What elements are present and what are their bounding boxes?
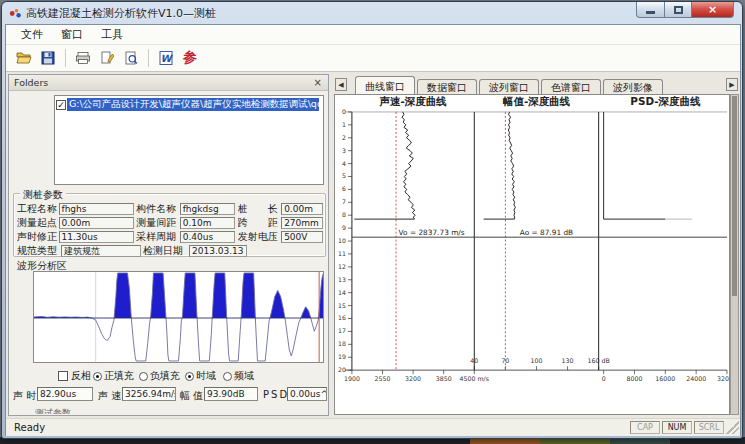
right-panel: ◀ 曲线窗口 数据窗口 波列窗口 色谱窗口 波列影像 ▶ 01234567891… (333, 74, 740, 416)
pile-params-title: 测桩参数 (20, 188, 66, 202)
toolbar-separator (148, 49, 149, 67)
param-value[interactable]: 0.00m (281, 203, 323, 215)
param-value[interactable]: fhgkdsg (180, 203, 235, 215)
main-area: Folders × ✓ G:\公司产品设计开发\超声仪器\超声仪实地检测数据调试… (6, 72, 740, 418)
svg-text:4: 4 (342, 160, 346, 167)
fill-negative-radio-circle[interactable] (139, 372, 148, 381)
menu-item-file[interactable]: 文件 (12, 25, 52, 44)
svg-text:Vo = 2837.73 m/s: Vo = 2837.73 m/s (399, 228, 465, 237)
sound-time-label: 声 时 (13, 389, 36, 403)
close-button[interactable]: × (692, 2, 734, 18)
desktop-background: 高铁建混凝土检测分析软件V1.0—测桩 × 文件 窗口 工具 (0, 0, 745, 444)
param-value[interactable]: 11.30us (59, 231, 135, 243)
print-setup-button[interactable] (95, 47, 119, 69)
invert-checkbox-box[interactable] (58, 371, 68, 381)
tab-curve-window[interactable]: 曲线窗口 (355, 76, 415, 94)
svg-text:20: 20 (338, 366, 346, 373)
tab-data-window[interactable]: 数据窗口 (417, 79, 477, 94)
menu-item-window[interactable]: 窗口 (52, 25, 92, 44)
param-label: 构件名称 (136, 202, 179, 216)
word-export-button[interactable]: W (154, 47, 178, 69)
time-domain-radio[interactable]: 时域 (185, 369, 216, 383)
param-value[interactable]: 270mm (281, 217, 323, 229)
status-bar: Ready CAP NUM SCRL (6, 418, 740, 436)
menu-item-tools[interactable]: 工具 (92, 25, 132, 44)
svg-text:5: 5 (342, 172, 346, 179)
svg-text:PSD-深度曲线: PSD-深度曲线 (630, 95, 701, 107)
folders-listbox[interactable]: ✓ G:\公司产品设计开发\超声仪器\超声仪实地检测数据调试\qd\qd03\q… (54, 95, 324, 185)
svg-text:130: 130 (562, 357, 574, 364)
param-value[interactable]: 0.40us (180, 231, 235, 243)
folders-pane-title: Folders (9, 77, 314, 88)
param-value[interactable]: 0.00m (59, 217, 135, 229)
save-button[interactable] (36, 47, 60, 69)
print-preview-button[interactable] (119, 47, 143, 69)
waveform-controls: 反相 正填充 负填充 时域 (9, 369, 330, 383)
param-label: 声时修正 (17, 230, 59, 244)
word-icon: W (158, 50, 174, 66)
app-icon (9, 7, 22, 20)
parameters-button[interactable]: 参 (178, 47, 202, 69)
printer-icon (75, 50, 91, 66)
param-label: 发射电压 (238, 230, 281, 244)
tab-wavetrain-window[interactable]: 波列窗口 (479, 79, 539, 94)
svg-text:4500 m/s: 4500 m/s (460, 375, 489, 382)
print-button[interactable] (71, 47, 95, 69)
amplitude-value[interactable]: 93.90dB (204, 387, 258, 401)
sound-time-value[interactable]: 82.90us (37, 387, 93, 401)
invert-label: 反相 (71, 369, 91, 383)
psd-value[interactable]: 0.00us^2/m (287, 387, 327, 401)
param-value[interactable]: 2013.03.13 (189, 245, 247, 257)
svg-text:3200: 3200 (405, 375, 421, 382)
tab-wavetrain-image[interactable]: 波列影像 (603, 79, 663, 94)
scrollbar-thumb[interactable] (732, 96, 737, 296)
folders-pane-header[interactable]: Folders × (9, 75, 328, 91)
waveform-plot[interactable] (33, 271, 324, 363)
minimize-button[interactable] (636, 2, 665, 18)
svg-text:19: 19 (338, 353, 346, 360)
freq-domain-radio[interactable]: 频域 (223, 369, 254, 383)
maximize-button[interactable] (665, 2, 692, 18)
vertical-scrollbar[interactable] (730, 94, 739, 415)
fill-negative-radio[interactable]: 负填充 (139, 369, 180, 383)
tab-spectrum-window[interactable]: 色谱窗口 (541, 79, 601, 94)
sound-speed-value[interactable]: 3256.94m/s (122, 387, 176, 401)
invert-checkbox[interactable]: 反相 (58, 369, 91, 383)
folders-list-item[interactable]: ✓ G:\公司产品设计开发\超声仪器\超声仪实地检测数据调试\qd\qd03\q… (56, 98, 322, 111)
svg-text:1: 1 (342, 121, 346, 128)
chart-canvas[interactable]: 01234567891011121314151617181920声速-深度曲线1… (334, 94, 730, 415)
svg-text:16000: 16000 (655, 375, 675, 382)
time-domain-radio-circle[interactable] (185, 372, 194, 381)
tab-scroll-right-icon[interactable]: ▶ (726, 78, 738, 91)
param-value[interactable]: fhghs (59, 203, 135, 215)
freq-domain-radio-circle[interactable] (223, 372, 232, 381)
svg-text:24000: 24000 (686, 375, 706, 382)
file-path-label[interactable]: G:\公司产品设计开发\超声仪器\超声仪实地检测数据调试\qd\qd03\qd0… (67, 98, 319, 111)
svg-text:8000: 8000 (627, 375, 643, 382)
tab-scroll-left-icon[interactable]: ◀ (335, 78, 347, 91)
resize-grip[interactable] (726, 421, 739, 434)
svg-text:1900: 1900 (344, 375, 360, 382)
param-value[interactable]: 0.10m (180, 217, 235, 229)
pile-params-groupbox: 测桩参数 工程名称 fhghs 构件名称 fhgkdsg 桩 长 0.00m 测… (13, 193, 326, 257)
file-checkbox[interactable]: ✓ (56, 100, 66, 110)
folders-close-icon[interactable]: × (314, 77, 328, 88)
title-bar[interactable]: 高铁建混凝土检测分析软件V1.0—测桩 × (2, 2, 742, 24)
open-file-button[interactable] (12, 47, 36, 69)
param-value[interactable]: 建筑规范 (61, 245, 141, 257)
param-label: 测量间距 (136, 216, 179, 230)
svg-text:0: 0 (602, 375, 606, 382)
toolbar: W 参 (6, 45, 740, 72)
param-label: 跨 距 (238, 216, 281, 230)
svg-text:Ao = 87.91 dB: Ao = 87.91 dB (520, 228, 573, 237)
fill-positive-radio[interactable]: 正填充 (93, 369, 134, 383)
svg-text:6: 6 (342, 185, 346, 192)
fill-positive-radio-circle[interactable] (93, 372, 102, 381)
svg-text:16: 16 (338, 314, 346, 321)
time-domain-label: 时域 (196, 369, 216, 383)
app-window: 高铁建混凝土检测分析软件V1.0—测桩 × 文件 窗口 工具 (1, 1, 743, 439)
maximize-icon (674, 6, 683, 14)
waveform-svg (34, 272, 323, 362)
param-value[interactable]: 500V (281, 231, 323, 243)
depth-charts-svg: 01234567891011121314151617181920声速-深度曲线1… (335, 95, 729, 414)
